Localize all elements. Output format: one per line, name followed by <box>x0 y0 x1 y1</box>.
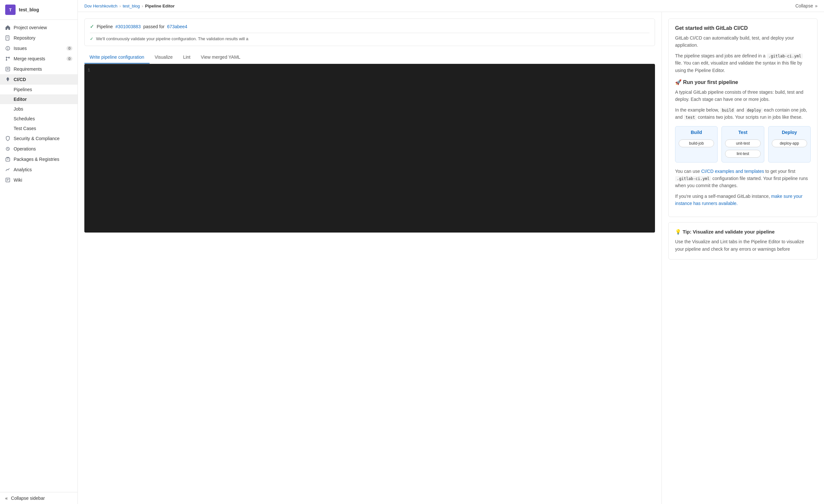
run-para1: A typical GitLab pipeline consists of th… <box>675 89 811 103</box>
breadcrumb-sep2: › <box>142 4 143 8</box>
stage-build: Build build-job <box>675 126 718 162</box>
collapse-label: Collapse <box>796 3 813 8</box>
sidebar-sub-item-schedules[interactable]: Schedules <box>0 114 78 124</box>
svg-rect-9 <box>6 67 10 71</box>
project-name: test_blog <box>19 7 39 12</box>
tip-card: 💡 Tip: Visualize and validate your pipel… <box>668 222 818 259</box>
stage-test-job-1: lint-test <box>725 150 760 158</box>
breadcrumb-page: Pipeline Editor <box>145 4 175 8</box>
sidebar-item-label: Packages & Registries <box>14 157 60 162</box>
main-content: Dov Hershkovitch › test_blog › Pipeline … <box>78 0 824 504</box>
merge-requests-badge: 0 <box>67 56 72 61</box>
tip-title: 💡 Tip: Visualize and validate your pipel… <box>675 229 811 235</box>
stage-test: Test unit-test lint-test <box>721 126 764 162</box>
tip-icon: 💡 <box>675 229 681 235</box>
wiki-icon <box>5 177 10 182</box>
self-managed-para: If you're using a self-managed GitLab in… <box>675 193 811 207</box>
line-numbers: 1 <box>88 67 95 229</box>
sidebar-item-security-compliance[interactable]: Security & Compliance <box>0 133 78 144</box>
svg-point-6 <box>6 57 7 58</box>
shield-icon <box>5 136 10 141</box>
stage-deploy: Deploy deploy-app <box>768 126 811 162</box>
topbar: Dov Hershkovitch › test_blog › Pipeline … <box>78 0 824 12</box>
sidebar-sub-item-jobs[interactable]: Jobs <box>0 104 78 114</box>
get-started-para2: The pipeline stages and jobs are defined… <box>675 52 811 74</box>
deploy-code: deploy <box>745 108 763 113</box>
sidebar-item-project-overview[interactable]: Project overview <box>0 22 78 33</box>
list-icon <box>5 67 10 72</box>
breadcrumb-sep1: › <box>119 4 121 8</box>
gitlab-ci-code2: .gitlab-ci.yml <box>675 176 711 181</box>
test-code: test <box>684 115 697 120</box>
stage-build-job-0: build-job <box>679 139 714 147</box>
book-icon <box>5 35 10 40</box>
build-code: build <box>720 108 735 113</box>
tab-lint[interactable]: Lint <box>178 51 196 64</box>
sidebar-item-label: Operations <box>14 146 36 151</box>
sidebar-item-wiki[interactable]: Wiki <box>0 175 78 185</box>
sidebar: T test_blog Project overview Repository … <box>0 0 78 504</box>
line-number: 1 <box>88 67 90 74</box>
sidebar-item-requirements[interactable]: Requirements <box>0 64 78 74</box>
tab-write[interactable]: Write pipeline configuration <box>84 51 149 64</box>
run-pipeline-title: 🚀 Run your first pipeline <box>675 79 811 85</box>
after-stages-para: You can use CI/CD examples and templates… <box>675 168 811 190</box>
stage-test-title: Test <box>725 130 760 135</box>
sidebar-item-label: Project overview <box>14 25 47 30</box>
pipeline-status-card: ✓ Pipeline #301003883 passed for 673abee… <box>84 18 655 46</box>
sidebar-nav: Project overview Repository Issues 0 Mer… <box>0 20 78 188</box>
sidebar-sub-item-editor[interactable]: Editor <box>0 94 78 104</box>
collapse-sidebar-button[interactable]: « Collapse sidebar <box>0 492 78 504</box>
avatar: T <box>5 5 16 15</box>
cicd-examples-link[interactable]: CI/CD examples and templates <box>701 169 764 174</box>
run-para2-prefix: In the example below, <box>675 107 720 113</box>
tab-visualize[interactable]: Visualize <box>149 51 178 64</box>
sidebar-item-label: CI/CD <box>14 77 26 82</box>
commit-link[interactable]: 673abee4 <box>167 24 187 29</box>
tip-text: Use the Visualize and Lint tabs in the P… <box>675 238 811 253</box>
sidebar-item-cicd[interactable]: CI/CD <box>0 74 78 85</box>
sidebar-item-merge-requests[interactable]: Merge requests 0 <box>0 53 78 64</box>
after-stages-suffix: to get your first <box>764 169 795 174</box>
code-content[interactable] <box>95 67 652 229</box>
validate-check-icon: ✓ <box>90 36 93 41</box>
stages-diagram: Build build-job Test unit-test lint-test… <box>675 126 811 162</box>
tab-view-merged[interactable]: View merged YAML <box>196 51 245 64</box>
run-para2-suffix: contains two jobs. Your scripts run in j… <box>697 115 803 120</box>
breadcrumb-user[interactable]: Dov Hershkovitch <box>84 4 117 8</box>
pipeline-status-line: ✓ Pipeline #301003883 passed for 673abee… <box>90 23 649 29</box>
rocket-icon <box>5 77 10 82</box>
sidebar-item-analytics[interactable]: Analytics <box>0 164 78 175</box>
run-para2-mid1: and <box>735 107 745 113</box>
sidebar-item-issues[interactable]: Issues 0 <box>0 43 78 53</box>
sidebar-header: T test_blog <box>0 0 78 20</box>
content-area: ✓ Pipeline #301003883 passed for 673abee… <box>78 12 824 504</box>
issue-icon <box>5 46 10 51</box>
sidebar-item-repository[interactable]: Repository <box>0 33 78 43</box>
breadcrumb-project[interactable]: test_blog <box>123 4 140 8</box>
svg-rect-14 <box>6 158 10 161</box>
get-started-card: Get started with GitLab CI/CD GitLab CI/… <box>668 18 818 217</box>
tip-title-text: Tip: Visualize and validate your pipelin… <box>683 229 775 235</box>
sidebar-item-label: Analytics <box>14 167 32 172</box>
ops-icon <box>5 146 10 151</box>
collapse-button[interactable]: Collapse » <box>796 3 818 8</box>
green-check-icon: ✓ <box>90 23 94 29</box>
sidebar-item-label: Repository <box>14 35 35 40</box>
validate-text: We'll continuously validate your pipelin… <box>96 36 248 41</box>
editor-tabs: Write pipeline configuration Visualize L… <box>84 51 655 64</box>
sidebar-sub-item-pipelines[interactable]: Pipelines <box>0 85 78 94</box>
pipeline-link[interactable]: #301003883 <box>115 24 141 29</box>
run-para2: In the example below, build and deploy e… <box>675 106 811 121</box>
sidebar-item-label: Merge requests <box>14 56 45 61</box>
sidebar-item-packages-registries[interactable]: Packages & Registries <box>0 154 78 164</box>
sidebar-item-operations[interactable]: Operations <box>0 144 78 154</box>
home-icon <box>5 25 10 30</box>
get-started-para1: GitLab CI/CD can automatically build, te… <box>675 34 811 49</box>
sidebar-item-label: Issues <box>14 46 27 51</box>
after-stages-prefix: You can use <box>675 169 701 174</box>
stage-build-title: Build <box>679 130 714 135</box>
sidebar-item-label: Requirements <box>14 67 42 72</box>
code-editor[interactable]: 1 <box>84 64 655 233</box>
sidebar-sub-item-test-cases[interactable]: Test Cases <box>0 124 78 133</box>
